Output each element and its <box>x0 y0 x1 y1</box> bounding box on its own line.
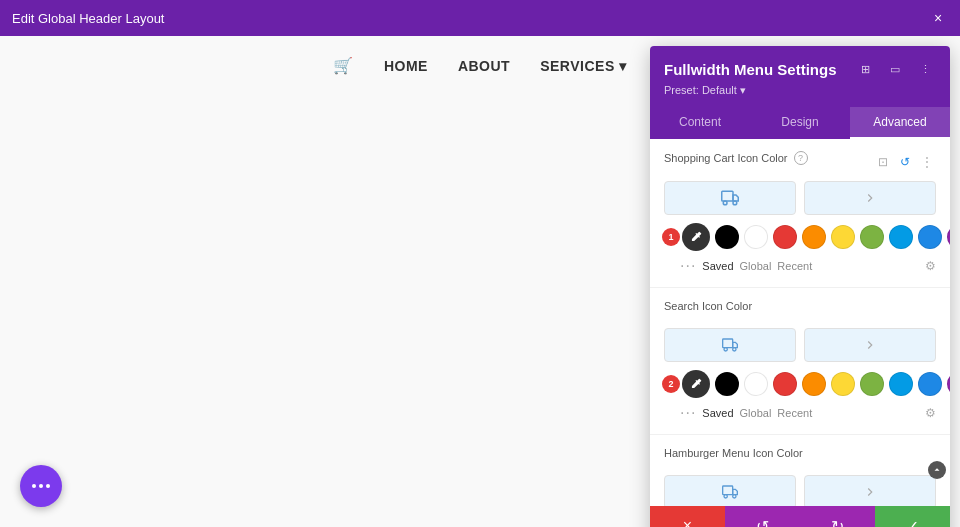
global-link-2[interactable]: Global <box>740 407 772 419</box>
color-preview-box-2a <box>664 328 796 362</box>
more-dots-icon-1[interactable]: ⋮ <box>918 153 936 171</box>
recent-link-2[interactable]: Recent <box>777 407 812 419</box>
panel-tabs: Content Design Advanced <box>650 107 950 139</box>
saved-link-1[interactable]: Saved <box>702 260 733 272</box>
fab-dot-2 <box>39 484 43 488</box>
scroll-handle[interactable] <box>928 461 946 479</box>
panel-header-top: Fullwidth Menu Settings ⊞ ▭ ⋮ <box>664 58 936 80</box>
swatch-green-2[interactable] <box>860 372 884 396</box>
color-picker-row-2: 2 <box>664 370 936 398</box>
close-button[interactable]: × <box>928 8 948 28</box>
nav-services[interactable]: SERVICES ▾ <box>540 58 626 74</box>
swatch-white-2[interactable] <box>744 372 768 396</box>
svg-rect-0 <box>722 191 733 201</box>
swatch-black-2[interactable] <box>715 372 739 396</box>
confirm-button[interactable]: ✓ <box>875 506 950 527</box>
recent-link-1[interactable]: Recent <box>777 260 812 272</box>
swatch-green-1[interactable] <box>860 225 884 249</box>
swatch-red-1[interactable] <box>773 225 797 249</box>
top-bar-title: Edit Global Header Layout <box>12 11 164 26</box>
panel-footer: × ↺ ↻ ✓ <box>650 506 950 527</box>
section-header-row-3: Hamburger Menu Icon Color <box>664 447 936 467</box>
step-badge-2: 2 <box>662 375 680 393</box>
swatch-yellow-1[interactable] <box>831 225 855 249</box>
panel-preset[interactable]: Preset: Default ▾ <box>664 84 936 97</box>
reset-button[interactable]: ↺ <box>725 506 800 527</box>
dots-1[interactable]: ··· <box>680 257 696 275</box>
section-header-row-1: Shopping Cart Icon Color ? ⊡ ↺ ⋮ <box>664 151 936 173</box>
cancel-button[interactable]: × <box>650 506 725 527</box>
panel-header-icons: ⊞ ▭ ⋮ <box>854 58 936 80</box>
tab-advanced[interactable]: Advanced <box>850 107 950 139</box>
color-preview-box-3a <box>664 475 796 506</box>
color-preview-row-1 <box>664 181 936 215</box>
section-label-3: Hamburger Menu Icon Color <box>664 447 803 459</box>
fab-button[interactable] <box>20 465 62 507</box>
settings-panel: Fullwidth Menu Settings ⊞ ▭ ⋮ Preset: De… <box>650 46 950 527</box>
responsive-icon[interactable]: ⊞ <box>854 58 876 80</box>
panel-header: Fullwidth Menu Settings ⊞ ▭ ⋮ Preset: De… <box>650 46 950 107</box>
eyedropper-btn-1[interactable] <box>682 223 710 251</box>
more-icon[interactable]: ⋮ <box>914 58 936 80</box>
swatch-cyan-2[interactable] <box>889 372 913 396</box>
tab-content[interactable]: Content <box>650 107 750 139</box>
swatch-purple-2[interactable] <box>947 372 950 396</box>
swatch-cyan-1[interactable] <box>889 225 913 249</box>
eyedropper-btn-2[interactable] <box>682 370 710 398</box>
search-icon-color-section: Search Icon Color <box>650 288 950 435</box>
panel-body: Shopping Cart Icon Color ? ⊡ ↺ ⋮ <box>650 139 950 506</box>
dots-2[interactable]: ··· <box>680 404 696 422</box>
color-arrow-box-2 <box>804 328 936 362</box>
settings-gear-2[interactable]: ⚙ <box>925 406 936 420</box>
saved-link-2[interactable]: Saved <box>702 407 733 419</box>
fab-dot-3 <box>46 484 50 488</box>
section-label-1: Shopping Cart Icon Color ? <box>664 151 808 165</box>
color-preview-row-3 <box>664 475 936 506</box>
swatch-blue-2[interactable] <box>918 372 942 396</box>
color-preview-box-1a <box>664 181 796 215</box>
shopping-cart-color-section: Shopping Cart Icon Color ? ⊡ ↺ ⋮ <box>650 139 950 288</box>
saved-row-2: ··· Saved Global Recent ⚙ <box>664 404 936 422</box>
svg-point-4 <box>724 348 727 351</box>
section-header-row-2: Search Icon Color <box>664 300 936 320</box>
redo-button[interactable]: ↻ <box>800 506 875 527</box>
swatch-white-1[interactable] <box>744 225 768 249</box>
global-link-1[interactable]: Global <box>740 260 772 272</box>
swatch-black-1[interactable] <box>715 225 739 249</box>
svg-point-5 <box>733 348 736 351</box>
swatch-red-2[interactable] <box>773 372 797 396</box>
refresh-icon-1[interactable]: ↺ <box>896 153 914 171</box>
header-right-icons-1: ⊡ ↺ ⋮ <box>874 153 936 171</box>
nav-home[interactable]: HOME <box>384 58 428 74</box>
svg-point-8 <box>733 495 736 498</box>
fab-dot-1 <box>32 484 36 488</box>
svg-point-1 <box>723 201 727 205</box>
fab-dots <box>32 484 50 488</box>
nav-about[interactable]: ABOUT <box>458 58 510 74</box>
section-label-2: Search Icon Color <box>664 300 752 312</box>
svg-rect-6 <box>723 486 733 495</box>
panel-title: Fullwidth Menu Settings <box>664 61 837 78</box>
help-icon-1[interactable]: ? <box>794 151 808 165</box>
svg-point-7 <box>724 495 727 498</box>
swatch-blue-1[interactable] <box>918 225 942 249</box>
swatch-orange-2[interactable] <box>802 372 826 396</box>
tablet-icon-1[interactable]: ⊡ <box>874 153 892 171</box>
swatch-purple-1[interactable] <box>947 225 950 249</box>
color-arrow-box-3 <box>804 475 936 506</box>
swatch-orange-1[interactable] <box>802 225 826 249</box>
saved-row-1: ··· Saved Global Recent ⚙ <box>664 257 936 275</box>
color-arrow-box-1 <box>804 181 936 215</box>
swatch-yellow-2[interactable] <box>831 372 855 396</box>
tab-design[interactable]: Design <box>750 107 850 139</box>
settings-gear-1[interactable]: ⚙ <box>925 259 936 273</box>
layout-icon[interactable]: ▭ <box>884 58 906 80</box>
svg-rect-3 <box>723 339 733 348</box>
hamburger-icon-color-section: Hamburger Menu Icon Color <box>650 435 950 506</box>
color-preview-row-2 <box>664 328 936 362</box>
cart-icon: 🛒 <box>333 56 354 75</box>
color-picker-row-1: 1 <box>664 223 936 251</box>
svg-point-2 <box>733 201 737 205</box>
top-bar: Edit Global Header Layout × <box>0 0 960 36</box>
step-badge-1: 1 <box>662 228 680 246</box>
